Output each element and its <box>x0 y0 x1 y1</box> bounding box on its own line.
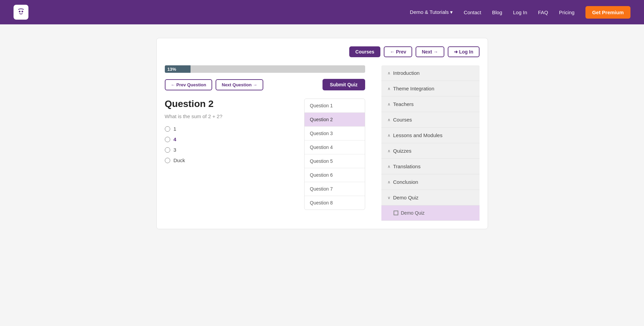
radio-option-3[interactable] <box>165 147 170 153</box>
answer-options: 1 4 3 Duck <box>165 126 299 163</box>
radio-option-2[interactable] <box>165 137 170 142</box>
sidebar: ∧ Introduction ∧ Theme Integration ∧ Tea… <box>381 65 480 221</box>
sidebar-item-introduction[interactable]: ∧ Introduction <box>381 65 480 81</box>
list-item[interactable]: Question 7 <box>305 182 365 196</box>
sidebar-item-quizzes[interactable]: ∧ Quizzes <box>381 143 480 159</box>
nav-contact[interactable]: Contact <box>464 9 481 15</box>
nav-blog[interactable]: Blog <box>492 9 502 15</box>
checkbox-icon <box>394 211 398 215</box>
chevron-up-icon: ∧ <box>387 102 391 107</box>
get-premium-button[interactable]: Get Premium <box>585 6 630 19</box>
sidebar-item-label: Quizzes <box>393 148 412 154</box>
chevron-up-icon: ∧ <box>387 86 391 91</box>
sidebar-item-conclusion[interactable]: ∧ Conclusion <box>381 174 480 190</box>
nav-pricing[interactable]: Pricing <box>559 9 575 15</box>
next-question-button[interactable]: Next Question → <box>216 79 263 90</box>
submit-quiz-button[interactable]: Submit Quiz <box>323 79 365 90</box>
main-card: Courses ← Prev Next → ➜ Log In 13% <box>156 38 488 229</box>
question-text: What is the sum of 2 + 2? <box>165 113 299 119</box>
sidebar-item-label: Introduction <box>393 70 420 76</box>
progress-container: 13% <box>165 65 365 73</box>
chevron-up-icon: ∧ <box>387 117 391 122</box>
login-button[interactable]: ➜ Log In <box>448 46 480 57</box>
question-body: Question 2 What is the sum of 2 + 2? 1 4 <box>165 99 299 210</box>
sidebar-item-label: Courses <box>393 117 412 123</box>
question-list: Question 1 Question 2 Question 3 Questio… <box>304 99 365 210</box>
sidebar-sub-item-label: Demo Quiz <box>401 210 425 216</box>
svg-point-2 <box>22 11 23 13</box>
prev-question-button[interactable]: ← Prev Question <box>165 79 213 90</box>
next-button[interactable]: Next → <box>416 46 444 57</box>
answer-label-1: 1 <box>174 126 176 132</box>
courses-button[interactable]: Courses <box>349 46 380 57</box>
sidebar-item-lessons-modules[interactable]: ∧ Lessons and Modules <box>381 128 480 143</box>
page-body: Courses ← Prev Next → ➜ Log In 13% <box>0 24 644 243</box>
progress-bar-background: 13% <box>165 65 365 73</box>
sidebar-item-theme-integration[interactable]: ∧ Theme Integration <box>381 81 480 96</box>
nav-login[interactable]: Log In <box>513 9 527 15</box>
answer-option-2[interactable]: 4 <box>165 136 299 142</box>
list-item[interactable]: Question 5 <box>305 154 365 168</box>
sidebar-item-label: Lessons and Modules <box>393 132 443 138</box>
answer-label-3: 3 <box>174 147 176 153</box>
svg-point-1 <box>19 11 21 13</box>
prev-button[interactable]: ← Prev <box>384 46 412 57</box>
sidebar-item-demo-quiz-header[interactable]: ∨ Demo Quiz <box>381 190 480 205</box>
chevron-up-icon: ∧ <box>387 149 391 153</box>
chevron-up-icon: ∧ <box>387 180 391 184</box>
sidebar-item-translations[interactable]: ∧ Translations <box>381 159 480 174</box>
chevron-up-icon: ∧ <box>387 71 391 75</box>
question-content: Question 2 What is the sum of 2 + 2? 1 4 <box>165 99 365 210</box>
progress-label: 13% <box>168 67 176 72</box>
sidebar-item-courses[interactable]: ∧ Courses <box>381 112 480 128</box>
radio-option-1[interactable] <box>165 126 170 132</box>
logo[interactable] <box>14 5 28 20</box>
list-item[interactable]: Question 1 <box>305 99 365 113</box>
question-number: Question 2 <box>165 99 299 109</box>
list-item[interactable]: Question 2 <box>305 113 365 127</box>
answer-option-4[interactable]: Duck <box>165 157 299 163</box>
radio-option-4[interactable] <box>165 158 170 163</box>
content-layout: 13% ← Prev Question Next Question → Subm… <box>165 65 480 221</box>
main-nav: Demo & Tutorials Contact Blog Log In FAQ… <box>410 6 630 19</box>
sidebar-item-label: Conclusion <box>393 179 418 185</box>
nav-demo-tutorials[interactable]: Demo & Tutorials <box>410 9 453 15</box>
sidebar-item-label: Teachers <box>393 101 414 107</box>
sidebar-item-demo-quiz-active[interactable]: Demo Quiz <box>381 205 480 221</box>
sidebar-item-teachers[interactable]: ∧ Teachers <box>381 96 480 112</box>
answer-label-4: Duck <box>174 157 185 163</box>
progress-bar-fill: 13% <box>165 65 191 73</box>
question-list-panel: Question 1 Question 2 Question 3 Questio… <box>304 99 365 210</box>
answer-option-3[interactable]: 3 <box>165 147 299 153</box>
logo-icon <box>14 5 28 20</box>
quiz-area: 13% ← Prev Question Next Question → Subm… <box>165 65 373 221</box>
sidebar-item-label: Translations <box>393 164 421 169</box>
answer-option-1[interactable]: 1 <box>165 126 299 132</box>
list-item[interactable]: Question 8 <box>305 196 365 210</box>
list-item[interactable]: Question 4 <box>305 140 365 154</box>
sidebar-item-label: Theme Integration <box>393 86 435 91</box>
list-item[interactable]: Question 3 <box>305 127 365 140</box>
chevron-down-icon: ∨ <box>387 195 391 200</box>
question-nav-bar: ← Prev Question Next Question → Submit Q… <box>165 79 365 90</box>
answer-label-2: 4 <box>174 136 176 142</box>
list-item[interactable]: Question 6 <box>305 168 365 182</box>
header: Demo & Tutorials Contact Blog Log In FAQ… <box>0 0 644 24</box>
top-nav: Courses ← Prev Next → ➜ Log In <box>165 46 480 57</box>
chevron-up-icon: ∧ <box>387 133 391 138</box>
nav-faq[interactable]: FAQ <box>538 9 548 15</box>
chevron-up-icon: ∧ <box>387 164 391 169</box>
sidebar-item-label: Demo Quiz <box>393 195 419 200</box>
